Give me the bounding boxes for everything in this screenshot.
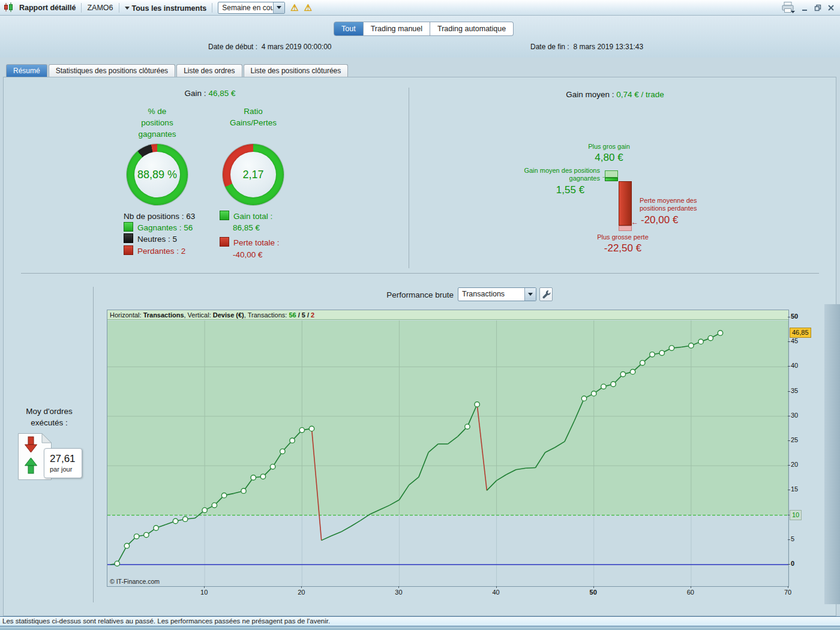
chart-settings-button[interactable] <box>539 287 553 301</box>
avg-gain-bar-segment <box>605 178 618 181</box>
x-axis-label: 30 <box>391 589 406 596</box>
legend-segment: / <box>296 311 302 319</box>
y-tick <box>788 317 790 317</box>
period-select[interactable]: Semaine en cours <box>218 2 285 14</box>
gain-bar <box>605 170 618 181</box>
x-axis-label: 20 <box>293 589 309 596</box>
positions-legend: Nb de positions : 63 Gagnantes : 56 Neut… <box>124 211 195 257</box>
restore-button[interactable] <box>814 4 822 12</box>
x-tick <box>496 586 497 588</box>
x-axis-label: 10 <box>196 589 212 596</box>
tab-statistiques[interactable]: Statistiques des positions clôturées <box>49 64 175 77</box>
tab-resume[interactable]: Résumé <box>6 64 47 77</box>
app-title: Rapport détaillé <box>19 4 76 12</box>
print-button[interactable] <box>780 1 796 14</box>
y-tick <box>788 341 790 342</box>
warning-icon[interactable]: ⚠ <box>290 3 298 12</box>
x-axis-label: 70 <box>780 589 796 596</box>
winrate-title: % de positions gagnantes <box>115 106 199 140</box>
arrow-left-icon: ← <box>631 218 638 226</box>
performance-label: Performance brute <box>358 290 454 299</box>
chart-legend: Horizontal: Transactions, Vertical: Devi… <box>107 310 788 320</box>
y-tick <box>788 490 790 490</box>
trading-filter-tabs: Tout Trading manuel Trading automatique <box>334 22 514 36</box>
ratio-donut-chart: 2,17 <box>223 144 284 205</box>
wins-swatch <box>124 222 133 232</box>
vertical-divider <box>409 88 409 268</box>
instruments-menu[interactable]: Tous les instruments <box>125 2 207 13</box>
loss-bar <box>619 181 632 231</box>
orders-per-day-label: Moy d'ordres exécutés : <box>10 406 88 428</box>
x-tick <box>593 586 594 588</box>
minimize-button[interactable] <box>800 4 809 12</box>
avg-loss-value: -20,00 € <box>641 214 678 226</box>
gain-total-value: 86,85 € <box>220 222 280 233</box>
chevron-down-icon <box>125 7 130 10</box>
chart-y-axis: 0510152025303540455046,85 <box>788 310 824 587</box>
chevron-down-icon <box>277 6 281 9</box>
ratio-value: 2,17 <box>242 169 263 181</box>
ratio-title: Ratio Gains/Pertes <box>211 106 295 128</box>
y-tick <box>788 440 790 441</box>
chart-x-axis: 10203040506070 <box>107 586 791 597</box>
y-tick <box>788 539 790 540</box>
x-axis-label: 40 <box>488 589 504 596</box>
loss-total-swatch <box>220 237 229 247</box>
avg-gain-header: Gain moyen : 0,74 € / trade <box>507 90 723 99</box>
legend-segment: Horizontal: <box>110 311 143 319</box>
gain-value: 46,85 € <box>208 89 235 98</box>
separator <box>119 3 119 13</box>
avg-loss-bar-segment <box>619 181 632 226</box>
legend-segment: / <box>305 311 311 319</box>
y-axis-label: 20 <box>791 461 798 468</box>
tab-trading-manuel[interactable]: Trading manuel <box>364 22 430 36</box>
y-axis-label: 45 <box>791 337 798 344</box>
biggest-gain-bar-segment <box>605 170 618 178</box>
y-axis-label: 15 <box>791 485 798 493</box>
winrate-value: 88,89 % <box>137 169 177 181</box>
totals-legend: Gain total : 86,85 € Perte totale : -40,… <box>220 211 280 260</box>
tab-trading-automatique[interactable]: Trading automatique <box>430 22 514 36</box>
title-bar: Rapport détaillé ZAMO6 Tous les instrume… <box>0 0 840 16</box>
y-tick <box>788 366 790 367</box>
x-axis-label: 60 <box>683 589 698 596</box>
orders-per-day-widget: 27,61 par jour <box>18 433 96 484</box>
avg-gain-label: Gain moyen des positions gagnantes <box>510 167 600 182</box>
separator <box>212 3 212 13</box>
legend-segment: Transactions <box>143 311 184 319</box>
bottom-strip <box>0 626 840 630</box>
select-arrow-button[interactable] <box>273 2 284 13</box>
performance-chart: Horizontal: Transactions, Vertical: Devi… <box>107 310 789 587</box>
tab-liste-positions[interactable]: Liste des positions clôturées <box>244 64 349 77</box>
loss-total-label: Perte totale : <box>233 238 280 247</box>
y-tick <box>788 564 790 565</box>
tab-liste-ordres[interactable]: Liste des ordres <box>176 64 242 77</box>
performance-select[interactable]: Transactions <box>458 287 536 301</box>
y-axis-label: 50 <box>791 313 798 320</box>
y-axis-label: 0 <box>791 560 794 567</box>
gain-total-swatch <box>220 211 229 220</box>
positions-wins: Gagnantes : 56 <box>137 223 193 232</box>
tab-tout[interactable]: Tout <box>334 22 364 36</box>
select-arrow-button[interactable] <box>524 288 536 301</box>
candlestick-icon <box>4 2 14 13</box>
performance-chart-svg <box>107 310 788 586</box>
positions-neutral: Neutres : 5 <box>137 235 177 244</box>
threshold-badge: 10 <box>790 510 802 520</box>
x-tick <box>691 586 691 588</box>
legend-segment: , Vertical: <box>184 311 213 319</box>
orders-per-day-value: 27,61 <box>50 453 82 465</box>
biggest-gain-value: 4,80 € <box>570 152 648 164</box>
start-date: Date de début : 4 mars 2019 00:00:00 <box>208 43 331 51</box>
loss-total-value: -40,00 € <box>220 249 280 260</box>
neutral-swatch <box>124 233 133 243</box>
warning-icon[interactable]: ⚠ <box>304 3 312 12</box>
end-date: Date de fin : 8 mars 2019 13:31:43 <box>530 43 643 51</box>
biggest-gain-label: Plus gros gain <box>570 143 648 151</box>
y-tick <box>788 416 790 416</box>
gain-header: Gain : 46,85 € <box>108 89 312 98</box>
close-button[interactable] <box>827 4 835 12</box>
winrate-donut-chart: 88,89 % <box>127 144 188 205</box>
report-tabs: Résumé Statistiques des positions clôtur… <box>6 64 348 77</box>
y-axis-label: 35 <box>791 387 798 394</box>
